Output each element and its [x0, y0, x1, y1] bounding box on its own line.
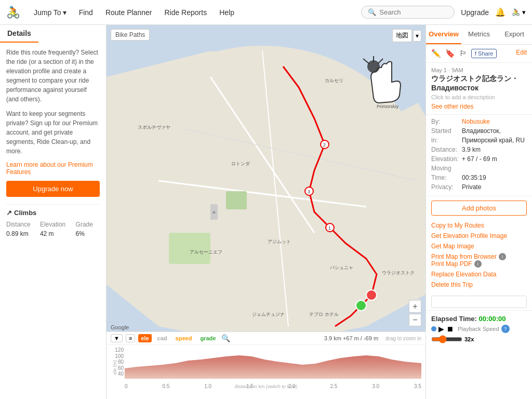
search-bar-area: [431, 296, 527, 308]
zoom-out-button[interactable]: −: [409, 314, 421, 326]
time-label: Time:: [431, 174, 460, 181]
author-link[interactable]: Nobusuke: [462, 118, 490, 125]
upgrade-now-button[interactable]: Upgrade now: [6, 181, 100, 197]
speed-value: 32x: [464, 336, 474, 342]
details-tab[interactable]: Details: [0, 25, 38, 43]
user-avatar-area[interactable]: 🚴 ▾: [512, 8, 526, 16]
click-to-add-desc[interactable]: Click to add a description: [431, 94, 527, 100]
map-type-selector[interactable]: 地図 ▾: [392, 29, 421, 42]
chevron-down-icon: ▾: [522, 8, 526, 16]
bookmark-icon[interactable]: 🔖: [445, 49, 455, 58]
ride-title: ウラジオストク記念ラン・Владивосток: [431, 74, 527, 92]
share-button[interactable]: f Share: [471, 49, 497, 58]
left-sidebar: Details Ride this route frequently? Sele…: [0, 25, 107, 399]
elevation-stats: 3.9 km +67 m / -69 m: [324, 335, 378, 341]
elevation-chart[interactable]: 120100806040 00.51.01.52.02.53.03.5 dist…: [107, 345, 425, 389]
tab-speed[interactable]: speed: [173, 334, 195, 342]
speed-slider[interactable]: [431, 335, 462, 343]
svg-text:1: 1: [328, 225, 331, 231]
delete-trip-link[interactable]: Delete this Trip: [431, 281, 527, 288]
jump-to-menu[interactable]: Jump To ▾: [31, 8, 70, 17]
main-content: Details Ride this route frequently? Sele…: [0, 25, 532, 399]
tab-overview[interactable]: Overview: [426, 25, 461, 44]
print-map-info-icon[interactable]: i: [499, 253, 506, 260]
svg-rect-7: [169, 233, 210, 264]
magnify-icon[interactable]: 🔍: [221, 334, 230, 342]
notification-bell-icon[interactable]: 🔔: [495, 7, 506, 17]
sidebar-body-text: Ride this route frequently? Select the r…: [6, 48, 100, 104]
get-map-image-link[interactable]: Get Map Image: [431, 243, 527, 250]
zoom-in-button[interactable]: +: [409, 300, 421, 313]
search-box: 🔍: [361, 6, 455, 19]
playback-help-icon[interactable]: ?: [501, 325, 510, 333]
right-tabs: Overview Metrics Export: [426, 25, 532, 45]
flag-icon[interactable]: 🏳: [459, 49, 467, 58]
distance-value: 3.9 km: [462, 146, 481, 153]
svg-text:アジムット: アジムット: [268, 239, 291, 244]
print-map-pdf-link[interactable]: Print Map PDF: [431, 260, 472, 268]
route-planner-menu[interactable]: Route Planner: [102, 8, 155, 17]
svg-text:2: 2: [323, 142, 326, 148]
edit-link[interactable]: Edit: [516, 49, 527, 58]
facebook-icon: f: [475, 50, 476, 57]
svg-text:バシュニャ: バシュニャ: [329, 265, 353, 270]
in-label: in:: [431, 137, 460, 144]
stop-button[interactable]: ⏹: [446, 325, 454, 333]
route-search-input[interactable]: [431, 296, 527, 308]
by-label: By:: [431, 118, 460, 125]
ride-reports-menu[interactable]: Ride Reports: [161, 8, 210, 17]
collapse-sidebar-button[interactable]: «: [210, 204, 218, 220]
play-button[interactable]: ▶: [438, 325, 444, 333]
premium-link[interactable]: Learn more about our Premium Features: [6, 161, 100, 176]
see-other-rides-link[interactable]: See other rides: [431, 103, 473, 110]
upgrade-button[interactable]: Upgrade: [461, 8, 489, 17]
map-type-chevron-icon[interactable]: ▾: [413, 30, 421, 42]
logo-icon[interactable]: 🚴: [6, 6, 20, 19]
bike-paths-button[interactable]: Bike Paths: [111, 29, 150, 41]
help-menu[interactable]: Help: [216, 8, 237, 17]
climbs-section: ↗ Climbs Distance Elevation Grade 0.89 k…: [6, 204, 100, 238]
privacy-value: Private: [462, 183, 481, 191]
chevron-down-icon: ▾: [63, 8, 66, 17]
climbs-arrow-icon: ↗: [6, 209, 12, 217]
search-input[interactable]: [379, 8, 442, 16]
get-elevation-profile-link[interactable]: Get Elevation Profile Image: [431, 232, 527, 240]
col-distance: Distance: [6, 220, 40, 229]
tab-cad[interactable]: cad: [155, 334, 170, 342]
drag-hint: drag to zoom in: [385, 336, 421, 341]
print-map-browser-link[interactable]: Print Map from Browser: [431, 253, 497, 260]
distance-row: Distance: 3.9 km: [431, 146, 527, 153]
edit-pencil-icon[interactable]: ✏️: [431, 49, 441, 58]
copy-to-my-routes-link[interactable]: Copy to My Routes: [431, 222, 527, 229]
tab-grade[interactable]: grade: [197, 334, 218, 342]
action-links: Copy to My Routes Get Elevation Profile …: [426, 220, 532, 294]
map-area[interactable]: 2 1 3 スポルチヴァヤ カルセリ Primorskiy ロトンダ アジムット…: [107, 25, 425, 399]
tab-export[interactable]: Export: [497, 25, 532, 44]
print-pdf-info-icon[interactable]: i: [474, 260, 482, 268]
climbs-title: ↗ Climbs: [6, 209, 100, 217]
time-row: Time: 00:35:19: [431, 174, 527, 181]
moving-label: Moving: [431, 165, 460, 172]
svg-rect-8: [226, 191, 247, 209]
svg-text:ロトンダ: ロトンダ: [231, 161, 250, 166]
elapsed-section: Elapsed Time: 00:00:00 ▶ ⏹ Playback Spee…: [426, 310, 532, 348]
ride-date: May 1 · 9AM: [431, 67, 527, 73]
map-type-label: 地図: [392, 29, 412, 42]
svg-point-16: [366, 290, 377, 300]
tab-metrics[interactable]: Metrics: [461, 25, 497, 44]
elevation-list-button[interactable]: ≡: [126, 334, 135, 342]
find-menu[interactable]: Find: [76, 8, 96, 17]
add-photos-button[interactable]: Add photos: [431, 201, 527, 216]
tab-ele[interactable]: ele: [138, 334, 151, 342]
svg-text:ジェムチュジナ: ジェムチュジナ: [252, 312, 285, 317]
playback-row: ▶ ⏹ Playback Speed ?: [431, 325, 527, 333]
print-map-pdf-row: Print Map PDF i: [431, 260, 527, 268]
elevation-down-button[interactable]: ▼: [111, 334, 123, 342]
speed-control-row: 32x: [431, 335, 527, 343]
table-row: 0.89 km42 m6%: [6, 229, 100, 238]
avatar-icon: 🚴: [512, 8, 520, 16]
right-panel: Overview Metrics Export ✏️ 🔖 🏳 f Share E…: [425, 25, 532, 399]
replace-elevation-link[interactable]: Replace Elevation Data: [431, 271, 527, 278]
elevation-label: Elevation:: [431, 155, 460, 163]
svg-point-15: [356, 300, 366, 311]
